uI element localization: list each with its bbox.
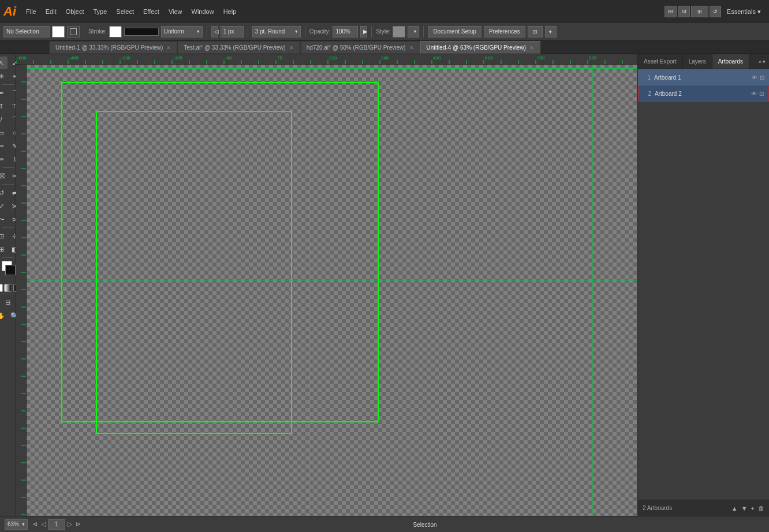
type-tool[interactable]: T [0,100,8,113]
scale-tool[interactable]: ⤢ [0,200,8,212]
line-tool[interactable]: / [0,113,8,126]
pencil-tool[interactable]: ✏ [0,153,8,166]
stroke-color-box[interactable] [67,26,80,38]
preferences-button[interactable]: Preferences [484,26,525,38]
tab-close-untitled1[interactable]: ✕ [166,45,171,51]
canvas-area[interactable] [16,54,637,516]
hand-tool[interactable]: ✋ [0,309,8,322]
artboards-panel: 1 Artboard 1 👁 ⊡ 2 Artboard 2 👁 ⊡ [638,69,769,500]
zoom-dropdown[interactable]: 63% [5,519,28,530]
panel-footer: 2 Artboards ▲ ▼ + 🗑 [638,500,769,516]
no-selection-dropdown[interactable]: No Selection [3,26,50,38]
eraser-tool[interactable]: ⌫ [0,170,8,182]
selection-tool[interactable]: ↖ [0,57,8,69]
page-number[interactable]: 1 [48,519,65,530]
opacity-input[interactable]: 100% [333,26,358,38]
status-bar: 63% ⊲ ◁ 1 ▷ ⊳ Selection [0,516,769,532]
tab-test[interactable]: Test.ai* @ 33.33% (RGB/GPU Preview) ✕ [177,41,300,54]
panel-tab-artboards[interactable]: Artboards [712,54,749,69]
sync-icon[interactable]: ↺ [710,6,721,17]
first-page-btn[interactable]: ⊲ [31,520,39,528]
tab-untitled1[interactable]: Untitled-1 @ 33.33% (RGB/GPU Preview) ✕ [49,41,177,54]
arrange-icon[interactable]: ⊞ [691,6,708,17]
stroke-width-left[interactable]: ◁ [211,26,218,38]
graph-tool[interactable]: ⊞ [0,243,8,256]
color-icon[interactable] [0,284,3,292]
artboard1-name: Artboard 1 [654,74,681,81]
current-tool-label: Selection [413,522,436,528]
stroke-width-input[interactable]: 1 px [221,26,244,38]
delete-artboard-icon[interactable]: 🗑 [758,505,764,512]
style-label: Style: [376,28,390,35]
menu-type[interactable]: Type [89,6,111,17]
menu-edit[interactable]: Edit [42,6,61,17]
tab-close-untitled4[interactable]: ✕ [529,45,534,51]
stroke-type-dropdown[interactable]: Uniform [161,26,203,38]
warp-tool[interactable]: 〜 [0,213,8,226]
panel-more-button[interactable]: » ▾ [755,54,769,69]
navigation-controls: ⊲ ◁ 1 ▷ ⊳ [31,519,82,530]
artboard-item-2[interactable]: 2 Artboard 2 👁 ⊡ [638,85,769,102]
stock-icon[interactable]: St [678,6,690,17]
background-color[interactable] [5,265,16,275]
menu-effect[interactable]: Effect [139,6,163,17]
panel-tab-layers[interactable]: Layers [683,54,712,69]
artboard1-options-icon[interactable]: ⊡ [760,74,764,81]
opacity-label: Opacity: [309,28,331,35]
arrange-workspace-icon[interactable]: ⊟ [528,26,543,38]
add-artboard-icon[interactable]: + [751,505,755,512]
menu-view[interactable]: View [165,6,186,17]
style-box[interactable] [393,26,405,38]
rect-tool[interactable]: ▭ [0,126,8,139]
artboard-count: 2 Artboards [643,505,672,511]
bridge-icon[interactable]: Br [665,6,677,17]
fill-color-box[interactable] [52,26,65,38]
right-panel: Asset Export Layers Artboards » ▾ 1 Artb… [637,54,769,516]
tab-close-hd720[interactable]: ✕ [409,45,414,51]
change-screen-mode-icon[interactable]: ⊟ [2,296,14,309]
app-logo: Ai [3,5,16,18]
canvas-content[interactable] [27,65,637,516]
menu-help[interactable]: Help [219,6,241,17]
artboard-item-1[interactable]: 1 Artboard 1 👁 ⊡ [638,69,769,85]
magic-wand-tool[interactable]: ✳ [0,70,8,83]
artboard2-visible-icon[interactable]: 👁 [751,91,757,97]
pen-tool[interactable]: ✒ [0,87,8,99]
stroke-color-swatch[interactable] [109,26,122,38]
color-swatches[interactable] [1,261,16,279]
essentials-button[interactable]: Essentials ▾ [722,6,766,17]
ruler-horizontal [16,54,637,65]
more-options-icon[interactable]: ▾ [545,26,557,38]
tab-hd720[interactable]: hd720.ai* @ 50% (RGB/GPU Preview) ✕ [300,41,420,54]
artboard2-options-icon[interactable]: ⊡ [759,91,764,97]
toolbar-bar: No Selection Stroke: Uniform ◁ 1 px 3 pt… [0,23,769,40]
menu-select[interactable]: Select [112,6,138,17]
opacity-arrow[interactable]: ▶ [360,26,367,38]
tab-close-test[interactable]: ✕ [289,45,294,51]
canvas-background [27,65,637,516]
menu-object[interactable]: Object [62,6,88,17]
move-up-icon[interactable]: ▲ [731,505,738,512]
document-setup-button[interactable]: Document Setup [428,26,481,38]
move-down-icon[interactable]: ▼ [741,505,748,512]
artboard1-visible-icon[interactable]: 👁 [752,74,757,81]
rotate-tool[interactable]: ↺ [0,186,8,199]
panel-tabs: Asset Export Layers Artboards » ▾ [638,54,769,69]
artboard1-num: 1 [643,74,651,81]
panel-tab-asset-export[interactable]: Asset Export [638,54,683,69]
menu-file[interactable]: File [22,6,40,17]
style-dropdown[interactable] [408,26,419,38]
status-center: Selection [85,521,764,528]
paintbrush-tool[interactable]: ✏ [0,140,8,152]
artboard2-name: Artboard 2 [655,91,682,97]
last-page-btn[interactable]: ⊳ [74,520,82,528]
artboard2-num: 2 [643,91,651,97]
prev-page-btn[interactable]: ◁ [40,520,47,528]
tip-shape-dropdown[interactable]: 3 pt. Round [252,26,301,38]
menu-window[interactable]: Window [188,6,218,17]
free-transform-tool[interactable]: ⊡ [0,230,8,242]
gradient-icon[interactable] [4,284,12,292]
stroke-dash-preview [124,28,159,36]
next-page-btn[interactable]: ▷ [66,520,73,528]
tab-untitled4[interactable]: Untitled-4 @ 63% (RGB/GPU Preview) ✕ [420,41,540,54]
